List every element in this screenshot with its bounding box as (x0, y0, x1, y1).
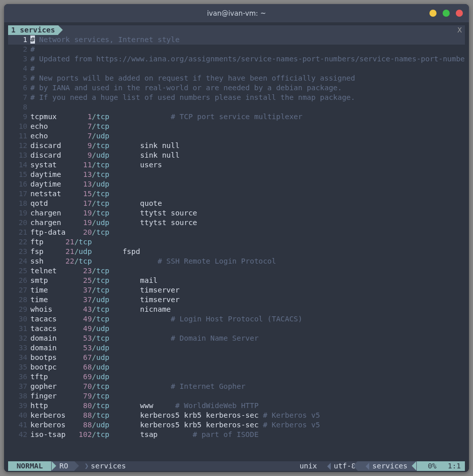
line-number: 1 (8, 35, 30, 45)
line-number: 37 (8, 382, 30, 391)
line-content: time 37/udp timserver (30, 295, 465, 305)
editor-line: 33domain 53/udp (8, 343, 465, 353)
line-number: 34 (8, 353, 30, 362)
editor-line: 10echo 7/tcp (8, 122, 465, 131)
editor-line: 22ftp 21/tcp (8, 237, 465, 247)
line-content: netstat 15/tcp (30, 189, 465, 199)
line-number: 30 (8, 314, 30, 324)
editor-line: 25telnet 23/tcp (8, 266, 465, 276)
line-content: systat 11/tcp users (30, 160, 465, 170)
status-encoding: utf-8 (319, 461, 358, 471)
editor-line: 31tacacs 49/udp (8, 324, 465, 334)
status-fileformat: unix (295, 461, 319, 471)
editor-line: 7# If you need a huge list of used numbe… (8, 93, 465, 102)
status-filename: ❯services (74, 461, 130, 471)
line-content: ftp-data 20/tcp (30, 228, 465, 237)
line-number: 16 (8, 179, 30, 189)
line-number: 12 (8, 141, 30, 151)
line-content: # New ports will be added on request if … (30, 74, 465, 83)
close-icon[interactable] (456, 10, 463, 17)
line-number: 29 (8, 305, 30, 314)
editor-line: 32domain 53/tcp # Domain Name Server (8, 334, 465, 343)
editor-line: 40kerberos 88/tcp kerberos5 krb5 kerbero… (8, 411, 465, 420)
editor-line: 5# New ports will be added on request if… (8, 74, 465, 83)
line-content: tftp 69/udp (30, 372, 465, 382)
line-number: 14 (8, 160, 30, 170)
line-content: telnet 23/tcp (30, 266, 465, 276)
editor-line: 6# by IANA and used in the real-world or… (8, 83, 465, 93)
line-number: 5 (8, 74, 30, 83)
line-content: kerberos 88/tcp kerberos5 krb5 kerberos-… (30, 411, 465, 420)
line-content: time 37/tcp timserver (30, 285, 465, 295)
line-number: 11 (8, 131, 30, 141)
line-content: domain 53/tcp # Domain Name Server (30, 334, 465, 343)
status-position: 1:1 (444, 461, 465, 471)
editor-line: 35bootpc 68/udp (8, 362, 465, 372)
line-number: 10 (8, 122, 30, 131)
editor-line: 37gopher 70/tcp # Internet Gopher (8, 382, 465, 391)
line-content: echo 7/tcp (30, 122, 465, 131)
terminal-window: ivan@ivan-vm: ~ 1 services X 1# Network … (4, 4, 469, 472)
editor-line: 18qotd 17/tcp quote (8, 199, 465, 208)
line-content: http 80/tcp www # WorldWideWeb HTTP (30, 401, 465, 411)
editor-line: 27time 37/tcp timserver (8, 285, 465, 295)
editor-line: 24ssh 22/tcp # SSH Remote Login Protocol (8, 257, 465, 266)
editor-line: 39http 80/tcp www # WorldWideWeb HTTP (8, 401, 465, 411)
line-number: 13 (8, 151, 30, 160)
tab-services[interactable]: 1 services (8, 25, 58, 35)
editor-line: 17netstat 15/tcp (8, 189, 465, 199)
line-content: discard 9/udp sink null (30, 151, 465, 160)
line-content: smtp 25/tcp mail (30, 276, 465, 285)
editor-line: 9tcpmux 1/tcp # TCP port service multipl… (8, 112, 465, 122)
editor-content[interactable]: 1# Network services, Internet style2#3# … (8, 35, 465, 461)
line-number: 41 (8, 420, 30, 430)
line-content: qotd 17/tcp quote (30, 199, 465, 208)
statusbar: NORMAL RO ❯services unix utf-8 services … (8, 461, 465, 471)
line-number: 8 (8, 102, 30, 112)
line-number: 7 (8, 93, 30, 102)
editor-line: 15daytime 13/tcp (8, 170, 465, 179)
line-number: 28 (8, 295, 30, 305)
editor-line: 23fsp 21/udp fspd (8, 247, 465, 257)
cursor: # (30, 35, 35, 44)
editor-line: 19chargen 19/tcp ttytst source (8, 208, 465, 218)
tab-name: services (20, 25, 55, 35)
line-content: discard 9/tcp sink null (30, 141, 465, 151)
line-content: ssh 22/tcp # SSH Remote Login Protocol (30, 257, 465, 266)
line-content: tacacs 49/tcp # Login Host Protocol (TAC… (30, 314, 465, 324)
editor-line: 12discard 9/tcp sink null (8, 141, 465, 151)
editor-line: 34bootps 67/udp (8, 353, 465, 362)
status-percent: 0% (417, 461, 444, 471)
editor-line: 2# (8, 45, 465, 54)
line-content: ftp 21/tcp (30, 237, 465, 247)
line-content: domain 53/udp (30, 343, 465, 353)
line-content: # If you need a huge list of used number… (30, 93, 465, 102)
line-content: bootpc 68/udp (30, 362, 465, 372)
terminal-area[interactable]: 1 services X 1# Network services, Intern… (4, 22, 469, 472)
tab-index: 1 (11, 25, 16, 35)
line-number: 40 (8, 411, 30, 420)
line-number: 33 (8, 343, 30, 353)
line-content: echo 7/udp (30, 131, 465, 141)
titlebar[interactable]: ivan@ivan-vm: ~ (4, 4, 469, 22)
line-number: 17 (8, 189, 30, 199)
editor-line: 20chargen 19/udp ttytst source (8, 218, 465, 228)
line-number: 42 (8, 430, 30, 440)
line-content (30, 102, 465, 112)
line-number: 22 (8, 237, 30, 247)
line-number: 9 (8, 112, 30, 122)
line-number: 26 (8, 276, 30, 285)
maximize-icon[interactable] (443, 10, 450, 17)
line-content: finger 79/tcp (30, 391, 465, 401)
line-number: 6 (8, 83, 30, 93)
minimize-icon[interactable] (429, 10, 437, 17)
status-mode: NORMAL (8, 461, 51, 471)
line-number: 36 (8, 372, 30, 382)
tab-close-button[interactable]: X (454, 25, 465, 35)
editor-line: 16daytime 13/udp (8, 179, 465, 189)
editor-line: 29whois 43/tcp nicname (8, 305, 465, 314)
line-content: chargen 19/tcp ttytst source (30, 208, 465, 218)
line-number: 4 (8, 64, 30, 74)
editor-line: 21ftp-data 20/tcp (8, 228, 465, 237)
line-content: # Network services, Internet style (30, 35, 465, 45)
